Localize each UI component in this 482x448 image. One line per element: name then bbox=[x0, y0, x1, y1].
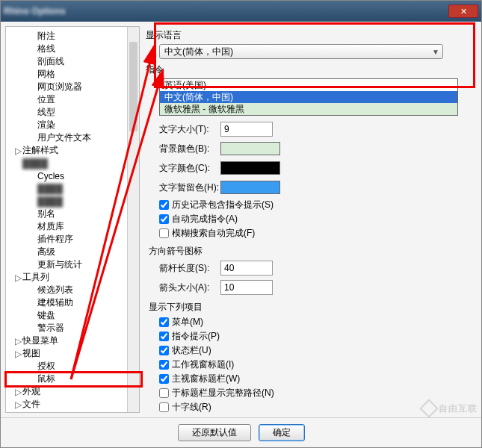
status-checkbox[interactable] bbox=[159, 346, 169, 355]
tree-item-label: 渲染 bbox=[37, 119, 55, 131]
tree-item-label: 用户文件文本 bbox=[37, 131, 91, 144]
autocomplete-checkbox[interactable] bbox=[159, 214, 169, 224]
tree-item-label: 快显菜单 bbox=[22, 335, 58, 347]
tree-item-label: Cycles bbox=[37, 171, 64, 181]
tree-item[interactable]: 材质库 bbox=[6, 220, 139, 233]
content-panel: 显示语言 中文(简体，中国) ▼ 指令 英语(美国) 中文(简体，中国) 微软雅… bbox=[143, 26, 477, 413]
tree-item[interactable]: 网页浏览器 bbox=[6, 81, 139, 93]
fuzzy-checkbox[interactable] bbox=[159, 228, 169, 238]
dialog-footer: 还原默认值 确定 bbox=[1, 417, 481, 447]
show-items-section: 显示下列项目 bbox=[146, 301, 471, 314]
viewtitle-checkbox[interactable] bbox=[159, 360, 169, 370]
tree-item[interactable]: 授权 bbox=[6, 360, 139, 373]
maintitle-checkbox[interactable] bbox=[159, 374, 169, 384]
expander-icon: ▷ bbox=[13, 146, 22, 155]
tree-item[interactable]: 附注 bbox=[6, 30, 139, 43]
arrow-length-label: 箭杆长度(S): bbox=[146, 262, 220, 275]
pathintitle-label: 于标题栏显示完整路径(N) bbox=[172, 387, 274, 399]
tree-item[interactable]: 网格 bbox=[6, 68, 139, 81]
hint-color-swatch[interactable] bbox=[220, 181, 280, 194]
sidebar-scrollbar[interactable] bbox=[127, 27, 139, 412]
tree-item[interactable]: 用户文件文本 bbox=[6, 131, 139, 144]
tree-item[interactable]: ████ bbox=[6, 157, 139, 169]
command-dropdown-open[interactable]: 英语(美国) 中文(简体，中国) 微软雅黑 - 微软雅黑 bbox=[159, 78, 458, 116]
history-checkbox[interactable] bbox=[159, 200, 169, 210]
tree-item[interactable]: ▷视图 bbox=[6, 347, 139, 360]
expander-icon: ▷ bbox=[13, 388, 22, 396]
tree-item[interactable]: 线型 bbox=[6, 106, 139, 119]
tree-item-label: ████ bbox=[37, 184, 63, 194]
tree-item-label: 剖面线 bbox=[37, 55, 64, 68]
cross-label: 十字线(R) bbox=[172, 401, 211, 413]
tree-item[interactable]: ████ bbox=[6, 195, 139, 208]
tree-item-label: 鼠标 bbox=[37, 373, 55, 385]
tree-item[interactable]: 闲置处理 bbox=[6, 411, 139, 413]
tree-item-label: 别名 bbox=[37, 208, 55, 220]
tree-item[interactable]: 候选列表 bbox=[6, 284, 139, 296]
tree-item[interactable]: 建模辅助 bbox=[6, 296, 139, 309]
pathintitle-checkbox[interactable] bbox=[159, 388, 169, 398]
tree-item[interactable]: ▷注解样式 bbox=[6, 144, 139, 157]
tree-item[interactable]: 位置 bbox=[6, 93, 139, 106]
menu-label: 菜单(M) bbox=[172, 316, 203, 329]
tree-item-label: ████ bbox=[37, 196, 63, 207]
display-language-label: 显示语言 bbox=[146, 29, 471, 42]
tree-item[interactable]: 渲染 bbox=[6, 119, 139, 131]
text-color-swatch[interactable] bbox=[220, 161, 280, 175]
close-button[interactable]: ✕ bbox=[448, 4, 478, 18]
ok-button[interactable]: 确定 bbox=[259, 424, 305, 441]
autocomplete-label: 自动完成指令(A) bbox=[172, 213, 238, 225]
display-language-value: 中文(简体，中国) bbox=[164, 46, 233, 58]
maintitle-label: 主视窗标题栏(W) bbox=[172, 373, 240, 385]
watermark-logo-icon bbox=[419, 399, 438, 417]
tree-item-label: ████ bbox=[22, 158, 48, 169]
tree-item-label: 材质库 bbox=[37, 220, 64, 233]
tree-item-label: 外观 bbox=[22, 385, 40, 398]
command-option[interactable]: 微软雅黑 - 微软雅黑 bbox=[160, 103, 457, 115]
direction-arrow-section: 方向箭号图标 bbox=[146, 245, 471, 258]
tree-item-label: 工具列 bbox=[22, 271, 49, 284]
restore-defaults-button[interactable]: 还原默认值 bbox=[178, 424, 251, 441]
tree-item[interactable]: 别名 bbox=[6, 208, 139, 220]
tree-item[interactable]: 更新与统计 bbox=[6, 258, 139, 271]
tree-item-label: 视图 bbox=[22, 347, 40, 360]
tree-item[interactable]: ▷外观 bbox=[6, 385, 139, 398]
tree-item[interactable]: 键盘 bbox=[6, 309, 139, 322]
sidebar-tree[interactable]: 附注格线剖面线网格网页浏览器位置线型渲染用户文件文本▷注解样式████Cycle… bbox=[5, 26, 140, 413]
expander-icon: ▷ bbox=[13, 349, 22, 358]
tree-item-label: 高级 bbox=[37, 246, 55, 258]
tree-item[interactable]: ████ bbox=[6, 182, 139, 195]
tree-item[interactable]: ▷快显菜单 bbox=[6, 335, 139, 347]
tree-item[interactable]: Cycles bbox=[6, 169, 139, 182]
text-color-label: 文字颜色(C): bbox=[146, 162, 220, 175]
command-option[interactable]: 英语(美国) bbox=[160, 79, 457, 91]
fuzzy-label: 模糊搜索自动完成(F) bbox=[172, 227, 255, 240]
arrow-size-input[interactable] bbox=[220, 280, 273, 295]
tree-item-label: 更新与统计 bbox=[37, 258, 82, 271]
font-size-label: 文字大小(T): bbox=[146, 123, 220, 136]
cmdhint-checkbox[interactable] bbox=[159, 332, 169, 341]
menu-checkbox[interactable] bbox=[159, 317, 169, 327]
tree-item[interactable]: ▷工具列 bbox=[6, 271, 139, 284]
tree-item[interactable]: 警示器 bbox=[6, 322, 139, 335]
tree-item[interactable]: ▷文件 bbox=[6, 398, 139, 411]
tree-item[interactable]: 格线 bbox=[6, 43, 139, 55]
tree-item-label: 注解样式 bbox=[22, 144, 58, 157]
font-size-input[interactable] bbox=[220, 122, 273, 137]
tree-item[interactable]: 插件程序 bbox=[6, 233, 139, 246]
status-label: 状态栏(U) bbox=[172, 344, 211, 357]
cross-checkbox[interactable] bbox=[159, 402, 169, 412]
tree-item[interactable]: 高级 bbox=[6, 246, 139, 258]
viewtitle-label: 工作视窗标题(I) bbox=[172, 358, 234, 371]
tree-item-label: 网格 bbox=[37, 68, 55, 81]
tree-item-label: 授权 bbox=[37, 360, 55, 373]
tree-item-label: 建模辅助 bbox=[37, 296, 73, 309]
arrow-length-input[interactable] bbox=[220, 261, 273, 276]
tree-item[interactable]: 鼠标 bbox=[6, 373, 139, 385]
tree-item-label: 网页浏览器 bbox=[37, 81, 82, 93]
tree-item[interactable]: 剖面线 bbox=[6, 55, 139, 68]
tree-item-label: 文件 bbox=[22, 398, 40, 411]
command-option-selected[interactable]: 中文(简体，中国) bbox=[160, 91, 457, 103]
display-language-dropdown[interactable]: 中文(简体，中国) ▼ bbox=[159, 44, 443, 59]
bg-color-swatch[interactable] bbox=[220, 142, 280, 155]
